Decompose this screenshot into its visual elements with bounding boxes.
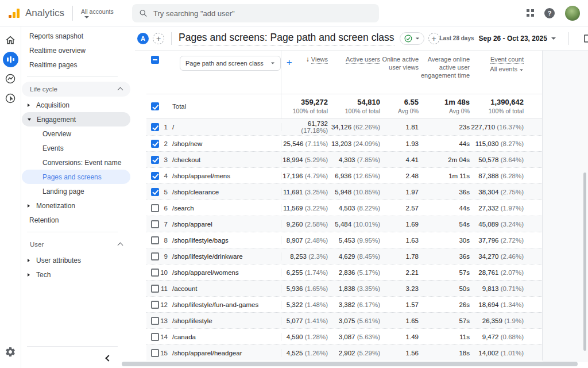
row-views: 5,936 (1.65%) xyxy=(281,285,328,292)
select-all-checkbox[interactable] xyxy=(151,56,159,64)
row-active-users: 2,902 (5.29%) xyxy=(328,350,380,356)
table-gutter xyxy=(543,51,588,362)
row-events: 115,030 (8.27%) xyxy=(470,140,524,147)
sidebar-item-retention[interactable]: Retention xyxy=(22,213,130,227)
report-status-pill[interactable] xyxy=(400,32,424,45)
chevron-down-icon[interactable] xyxy=(551,37,556,40)
table-row: 15 /shop/apparel/headgear 4,525 (1.26%) … xyxy=(146,344,542,361)
section-label: User xyxy=(30,241,44,248)
row-checkbox[interactable] xyxy=(151,204,159,212)
row-active-users: 3,075 (5.61%) xyxy=(328,317,380,324)
row-checkbox[interactable] xyxy=(151,349,159,357)
row-page-path: /shop/lifestyle/fun-and-games xyxy=(172,301,258,308)
expand-arrow-icon[interactable] xyxy=(28,204,30,208)
total-checkbox[interactable] xyxy=(151,102,159,110)
row-checkbox[interactable] xyxy=(151,269,159,277)
gear-icon[interactable] xyxy=(5,346,16,360)
row-checkbox[interactable] xyxy=(151,285,159,293)
row-rank: 6 xyxy=(159,205,168,212)
sidebar-item-reports-snapshot[interactable]: Reports snapshot xyxy=(22,29,130,43)
notes-icon[interactable] xyxy=(583,33,588,44)
horizontal-scrollbar[interactable] xyxy=(122,362,578,366)
date-range-value[interactable]: Sep 26 - Oct 23, 2025 xyxy=(479,34,547,43)
avatar[interactable] xyxy=(565,6,580,21)
row-views: 8,907 (2.48%) xyxy=(281,237,328,244)
sidebar-section-lifecycle[interactable]: Life cycle xyxy=(22,82,130,97)
row-checkbox[interactable] xyxy=(151,156,159,164)
home-icon[interactable] xyxy=(2,32,18,48)
sidebar-item-landing-page[interactable]: Landing page xyxy=(22,184,130,198)
row-engagement: 54s xyxy=(419,221,470,228)
table-total-row: Total 359,272100% of total 54,810100% of… xyxy=(146,94,542,119)
search-bar[interactable] xyxy=(132,4,379,22)
sidebar-item-overview[interactable]: Overview xyxy=(22,126,130,141)
search-input[interactable] xyxy=(153,9,372,18)
sidebar-item-pages-and-screens[interactable]: Pages and screens xyxy=(22,170,130,184)
add-comparison-icon[interactable]: + xyxy=(153,33,164,44)
row-checkbox[interactable] xyxy=(151,317,159,325)
expand-arrow-icon[interactable] xyxy=(28,259,30,262)
row-checkbox[interactable] xyxy=(151,301,159,309)
row-oauv: 1.69 xyxy=(380,221,419,228)
sidebar-item-acquisition[interactable]: Acquisition xyxy=(22,98,130,112)
column-header-online-active-user-views[interactable]: Online active user views xyxy=(380,51,419,94)
row-checkbox[interactable] xyxy=(151,333,159,341)
vertical-scrollbar[interactable] xyxy=(583,172,586,351)
row-checkbox[interactable] xyxy=(151,172,159,180)
row-checkbox[interactable] xyxy=(151,220,159,228)
nav-label: Engagement xyxy=(37,116,76,124)
row-engagement: 36s xyxy=(419,189,470,195)
dimension-selector[interactable]: Page path and screen class xyxy=(180,56,281,71)
row-views: 6,255 (1.74%) xyxy=(281,269,328,276)
add-report-icon[interactable]: + xyxy=(428,33,440,44)
apps-grid-icon[interactable] xyxy=(527,9,534,17)
row-views: 4,590 (1.28%) xyxy=(281,334,328,340)
page-title[interactable]: Pages and screens: Page path and screen … xyxy=(179,32,394,45)
brand-name: Analytics xyxy=(25,7,64,19)
column-header-views[interactable]: ↓Views xyxy=(281,51,328,94)
nav-label: Acquisition xyxy=(36,101,69,109)
expand-arrow-icon[interactable] xyxy=(28,103,30,107)
row-page-path: /shop/new xyxy=(172,140,202,147)
expand-arrow-icon[interactable] xyxy=(28,273,30,277)
table-row: 13 /shop/lifestyle 5,077 (1.41%) 3,075 (… xyxy=(146,312,542,328)
row-engagement: 1m 11s xyxy=(419,172,470,179)
property-avatar[interactable]: A xyxy=(137,33,149,44)
column-header-avg-engagement-time[interactable]: Average online active user engagement ti… xyxy=(419,51,470,94)
collapse-arrow-icon[interactable] xyxy=(28,118,31,121)
sort-desc-icon: ↓ xyxy=(306,55,310,63)
account-switcher[interactable]: All accounts xyxy=(81,8,114,18)
row-events: 50,578 (3.64%) xyxy=(470,156,524,163)
row-checkbox[interactable] xyxy=(151,140,159,148)
sidebar-section-user[interactable]: User xyxy=(22,237,130,252)
sidebar-item-conversions[interactable]: Conversions: Event name xyxy=(22,155,130,170)
chevron-up-icon xyxy=(118,87,123,93)
row-rank: 15 xyxy=(159,350,168,356)
row-checkbox[interactable] xyxy=(151,123,159,131)
row-checkbox[interactable] xyxy=(151,188,159,196)
sidebar-item-tech[interactable]: Tech xyxy=(22,267,130,282)
row-views: 11,691 (3.25%) xyxy=(281,189,328,195)
total-active-users-sub: 100% of total xyxy=(328,108,380,114)
sidebar-item-events[interactable]: Events xyxy=(22,141,130,155)
explore-icon[interactable] xyxy=(2,71,18,87)
sidebar-item-realtime-overview[interactable]: Realtime overview xyxy=(22,43,130,57)
row-rank: 2 xyxy=(159,140,168,147)
column-header-event-count[interactable]: Event count All events xyxy=(470,51,524,94)
sidebar-item-user-attributes[interactable]: User attributes xyxy=(22,253,130,267)
chevron-down-icon xyxy=(520,70,523,71)
column-header-active-users[interactable]: Active users xyxy=(328,51,380,94)
sidebar-item-monetization[interactable]: Monetization xyxy=(22,198,130,213)
sidebar-item-engagement[interactable]: Engagement xyxy=(22,112,130,126)
row-checkbox[interactable] xyxy=(151,236,159,244)
row-engagement: 57s xyxy=(419,317,470,324)
help-icon[interactable]: ? xyxy=(544,8,555,18)
reports-icon[interactable] xyxy=(3,52,18,67)
nav-label: Tech xyxy=(36,271,51,279)
row-checkbox[interactable] xyxy=(151,252,159,260)
nav-label: User attributes xyxy=(36,256,81,264)
row-views: 5,077 (1.41%) xyxy=(281,317,328,324)
sidebar-item-realtime-pages[interactable]: Realtime pages xyxy=(22,57,130,72)
event-filter-dropdown[interactable]: All events xyxy=(470,65,524,73)
advertising-icon[interactable] xyxy=(2,90,18,106)
